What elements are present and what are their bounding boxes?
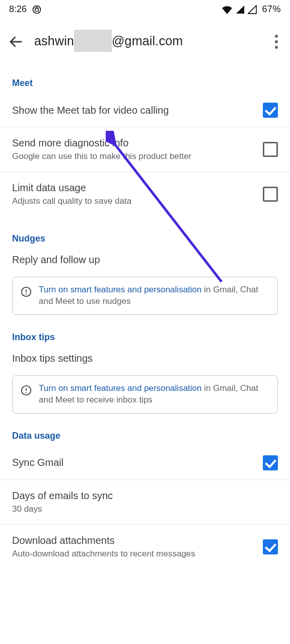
setting-label: Show the Meet tab for video calling: [12, 104, 255, 117]
redacted-block: [74, 30, 112, 52]
notice-text: Turn on smart features and personalisati…: [39, 383, 269, 406]
setting-download-attachments[interactable]: Download attachments Auto-download attac…: [0, 525, 290, 569]
setting-limit-data[interactable]: Limit data usage Adjusts call quality to…: [0, 172, 290, 216]
setting-sublabel: Google can use this to make this product…: [12, 151, 255, 163]
notice-nudges[interactable]: Turn on smart features and personalisati…: [12, 277, 278, 315]
svg-point-7: [26, 392, 27, 393]
section-header-inbox-tips: Inbox tips: [0, 315, 290, 348]
info-icon: [21, 286, 32, 297]
checkbox-show-meet-tab[interactable]: [263, 103, 278, 118]
checkbox-download-attachments[interactable]: [263, 539, 278, 554]
more-menu-icon[interactable]: [271, 31, 282, 53]
status-bar: 8:26 67%: [0, 0, 290, 17]
checkbox-limit-data[interactable]: [263, 187, 278, 202]
setting-inbox-tips[interactable]: Inbox tips settings: [0, 348, 290, 369]
section-header-nudges: Nudges: [0, 216, 290, 249]
setting-label: Reply and follow up: [12, 253, 278, 267]
notice-inbox-tips[interactable]: Turn on smart features and personalisati…: [12, 375, 278, 414]
battery-percentage: 67%: [262, 4, 281, 15]
setting-sublabel: Auto-download attachments to recent mess…: [12, 548, 255, 560]
setting-label: Days of emails to sync: [12, 489, 278, 503]
back-arrow-icon[interactable]: [8, 34, 23, 49]
setting-label: Send more diagnostic info: [12, 136, 255, 150]
signal-icon-2: [248, 5, 257, 14]
account-title: ashwin@gmail.com: [34, 31, 260, 53]
notice-link[interactable]: Turn on smart features and personalisati…: [39, 285, 202, 294]
account-prefix: ashwin: [34, 34, 74, 48]
section-header-meet: Meet: [0, 61, 290, 94]
status-time: 8:26: [9, 4, 27, 15]
svg-point-4: [26, 293, 27, 294]
setting-label: Limit data usage: [12, 181, 255, 195]
section-header-data-usage: Data usage: [0, 414, 290, 446]
notice-text: Turn on smart features and personalisati…: [39, 284, 269, 307]
setting-show-meet-tab[interactable]: Show the Meet tab for video calling: [0, 94, 290, 127]
signal-icon-1: [236, 5, 245, 14]
setting-sync-gmail[interactable]: Sync Gmail: [0, 446, 290, 479]
info-icon: [21, 385, 32, 396]
account-suffix: @gmail.com: [112, 34, 183, 48]
setting-label: Inbox tips settings: [12, 352, 278, 365]
app-bar: ashwin@gmail.com: [0, 17, 290, 61]
notice-link[interactable]: Turn on smart features and personalisati…: [39, 383, 202, 393]
setting-sublabel: 30 days: [12, 504, 278, 515]
setting-label: Download attachments: [12, 534, 255, 547]
setting-days-sync[interactable]: Days of emails to sync 30 days: [0, 480, 290, 524]
setting-diagnostic-info[interactable]: Send more diagnostic info Google can use…: [0, 127, 290, 172]
checkbox-sync-gmail[interactable]: [263, 455, 278, 470]
setting-label: Sync Gmail: [12, 456, 255, 469]
checkbox-diagnostic[interactable]: [263, 142, 278, 157]
setting-reply-follow[interactable]: Reply and follow up: [0, 249, 290, 271]
wifi-icon: [222, 5, 233, 14]
rotation-lock-icon: [32, 5, 42, 15]
setting-sublabel: Adjusts call quality to save data: [12, 196, 255, 207]
